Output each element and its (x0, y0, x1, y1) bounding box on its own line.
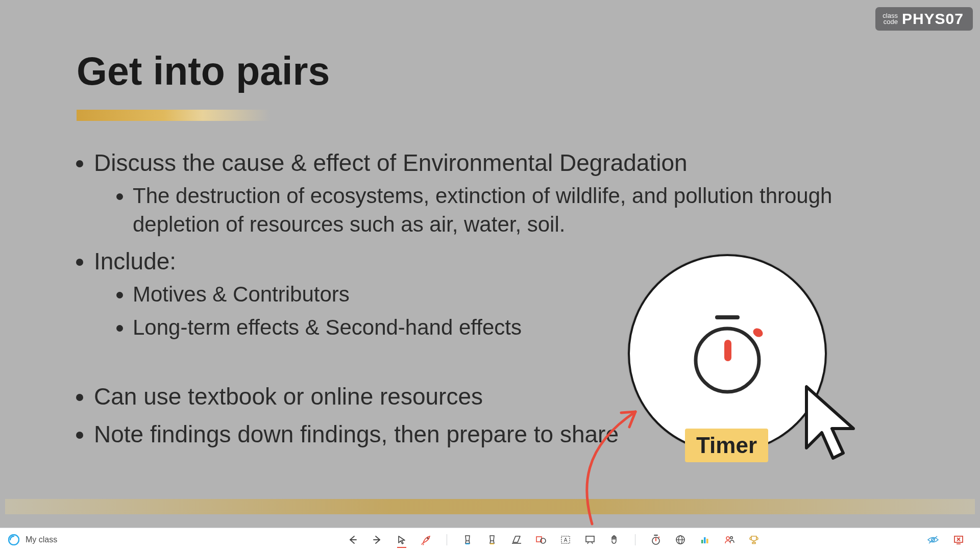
svg-point-28 (726, 537, 729, 540)
next-slide-button[interactable] (370, 533, 384, 547)
poll-tool[interactable] (698, 533, 712, 547)
svg-rect-8 (465, 543, 470, 544)
svg-point-2 (751, 327, 764, 339)
presenter-toolbar: My class A (0, 528, 980, 551)
participants-tool[interactable] (722, 533, 737, 547)
svg-point-21 (658, 537, 660, 538)
visibility-toggle[interactable] (926, 533, 940, 547)
awards-tool[interactable] (747, 533, 761, 547)
class-name-label[interactable]: My class (26, 535, 57, 544)
timer-icon (687, 310, 768, 397)
presentation-slide: class code PHYS07 Get into pairs Discuss… (0, 0, 980, 528)
class-code-value: PHYS07 (902, 10, 964, 28)
svg-rect-15 (586, 536, 594, 542)
app-logo-icon[interactable] (8, 534, 19, 545)
toolbar-separator (447, 534, 447, 545)
toolbar-separator (635, 534, 635, 545)
class-code-label-line2: code (883, 19, 898, 25)
svg-rect-27 (706, 539, 708, 543)
prev-slide-button[interactable] (346, 533, 360, 547)
svg-rect-26 (704, 537, 706, 543)
textbox-tool[interactable]: A (558, 533, 573, 547)
browser-tool[interactable] (673, 533, 688, 547)
magic-ink-tool[interactable] (419, 533, 433, 547)
shapes-tool[interactable] (534, 533, 548, 547)
slide-bottom-accent (5, 499, 975, 514)
cursor-icon (796, 382, 863, 473)
timer-tool[interactable] (649, 533, 663, 547)
svg-rect-25 (701, 540, 703, 543)
svg-point-7 (427, 538, 429, 539)
svg-point-29 (730, 537, 733, 539)
class-code-badge: class code PHYS07 (875, 7, 973, 31)
exit-presentation-button[interactable] (951, 533, 966, 547)
bullet-text: Include: (94, 248, 176, 274)
whiteboard-tool[interactable] (583, 533, 597, 547)
svg-rect-9 (490, 543, 494, 544)
bullet-text: Discuss the cause & effect of Environmen… (94, 149, 688, 176)
pan-tool[interactable] (607, 533, 622, 547)
title-underline (77, 110, 271, 121)
class-code-label: class code (883, 13, 898, 25)
svg-rect-31 (752, 542, 755, 544)
sub-bullet-item: The destruction of ecosystems, extinctio… (133, 182, 883, 239)
highlighter-blue-tool[interactable] (460, 533, 475, 547)
pointer-tool[interactable] (395, 533, 409, 547)
highlighter-yellow-tool[interactable] (485, 533, 499, 547)
eraser-tool[interactable] (509, 533, 524, 547)
spotlight-label: Timer (685, 429, 768, 462)
svg-text:A: A (564, 537, 568, 543)
slide-title: Get into pairs (77, 48, 330, 94)
bullet-item: Discuss the cause & effect of Environmen… (94, 148, 883, 239)
svg-rect-3 (724, 340, 731, 361)
